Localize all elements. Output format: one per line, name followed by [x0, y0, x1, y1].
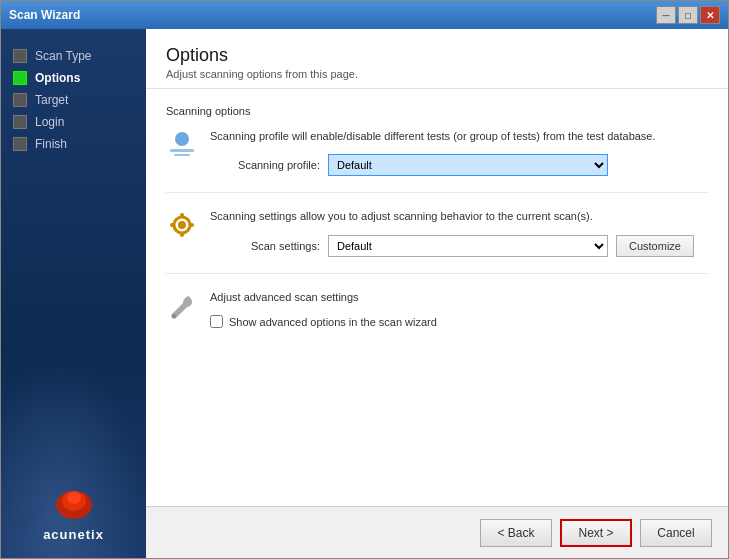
step-dot-target	[13, 93, 27, 107]
scanning-options-label: Scanning options	[166, 105, 708, 117]
step-dot-scan-type	[13, 49, 27, 63]
svg-point-12	[172, 314, 176, 318]
svg-rect-10	[170, 223, 175, 227]
footer-bar: < Back Next > Cancel	[146, 506, 728, 558]
acunetix-logo-text: acunetix	[43, 527, 104, 542]
advanced-description: Adjust advanced scan settings	[210, 290, 708, 305]
title-bar: Scan Wizard ─ □ ✕	[1, 1, 728, 29]
sidebar: Scan Type Options Target Login	[1, 29, 146, 558]
profile-field-label: Scanning profile:	[210, 159, 320, 171]
step-label-login: Login	[35, 115, 64, 129]
profile-text-area: Scanning profile will enable/disable dif…	[210, 129, 708, 176]
profile-description: Scanning profile will enable/disable dif…	[210, 129, 708, 144]
svg-rect-8	[180, 213, 184, 218]
settings-field-label: Scan settings:	[210, 240, 320, 252]
advanced-block: Adjust advanced scan settings Show advan…	[166, 290, 708, 344]
back-button[interactable]: < Back	[480, 519, 552, 547]
sidebar-item-target: Target	[13, 89, 146, 111]
profile-field-row: Scanning profile: Default Full Scan High…	[210, 154, 708, 176]
svg-point-7	[178, 221, 186, 229]
show-advanced-checkbox[interactable]	[210, 315, 223, 328]
step-label-scan-type: Scan Type	[35, 49, 91, 63]
acunetix-logo-icon	[49, 483, 99, 523]
sidebar-item-finish: Finish	[13, 133, 146, 155]
settings-icon	[166, 209, 198, 241]
svg-rect-4	[170, 149, 194, 152]
svg-point-2	[67, 492, 81, 504]
scan-settings-select[interactable]: Default Custom Slow HTTP	[328, 235, 608, 257]
step-dot-finish	[13, 137, 27, 151]
next-button[interactable]: Next >	[560, 519, 632, 547]
close-button[interactable]: ✕	[700, 6, 720, 24]
page-subtitle: Adjust scanning options from this page.	[166, 68, 708, 80]
advanced-icon	[166, 290, 198, 322]
profile-icon	[166, 129, 198, 161]
advanced-text-area: Adjust advanced scan settings Show advan…	[210, 290, 708, 328]
step-dot-options	[13, 71, 27, 85]
svg-rect-11	[189, 223, 194, 227]
window-title: Scan Wizard	[9, 8, 80, 22]
advanced-checkbox-row: Show advanced options in the scan wizard	[210, 315, 708, 328]
sidebar-item-login: Login	[13, 111, 146, 133]
scanning-profile-select[interactable]: Default Full Scan High Risk XSS SQL Inje…	[328, 154, 608, 176]
step-label-finish: Finish	[35, 137, 67, 151]
content-area: Scan Type Options Target Login	[1, 29, 728, 558]
settings-icon-svg	[166, 209, 198, 241]
step-label-options: Options	[35, 71, 80, 85]
title-bar-controls: ─ □ ✕	[656, 6, 720, 24]
customize-button[interactable]: Customize	[616, 235, 694, 257]
sidebar-item-scan-type: Scan Type	[13, 45, 146, 67]
main-panel: Options Adjust scanning options from thi…	[146, 29, 728, 558]
show-advanced-label[interactable]: Show advanced options in the scan wizard	[229, 316, 437, 328]
svg-rect-5	[174, 154, 190, 156]
settings-field-row: Scan settings: Default Custom Slow HTTP …	[210, 235, 708, 257]
page-body: Scanning options Scanning profile will e…	[146, 89, 728, 506]
page-title: Options	[166, 45, 708, 66]
wrench-icon-svg	[166, 290, 198, 322]
minimize-button[interactable]: ─	[656, 6, 676, 24]
sidebar-item-options: Options	[13, 67, 146, 89]
sidebar-logo: acunetix	[1, 467, 146, 558]
profile-icon-svg	[166, 129, 198, 161]
step-dot-login	[13, 115, 27, 129]
maximize-button[interactable]: □	[678, 6, 698, 24]
svg-rect-9	[180, 232, 184, 237]
page-header: Options Adjust scanning options from thi…	[146, 29, 728, 89]
cancel-button[interactable]: Cancel	[640, 519, 712, 547]
sidebar-steps: Scan Type Options Target Login	[1, 29, 146, 467]
settings-description: Scanning settings allow you to adjust sc…	[210, 209, 708, 224]
main-window: Scan Wizard ─ □ ✕ Scan Type Options	[0, 0, 729, 559]
settings-block: Scanning settings allow you to adjust sc…	[166, 209, 708, 273]
svg-point-3	[175, 132, 189, 146]
profile-block: Scanning profile will enable/disable dif…	[166, 129, 708, 193]
step-label-target: Target	[35, 93, 68, 107]
settings-text-area: Scanning settings allow you to adjust sc…	[210, 209, 708, 256]
